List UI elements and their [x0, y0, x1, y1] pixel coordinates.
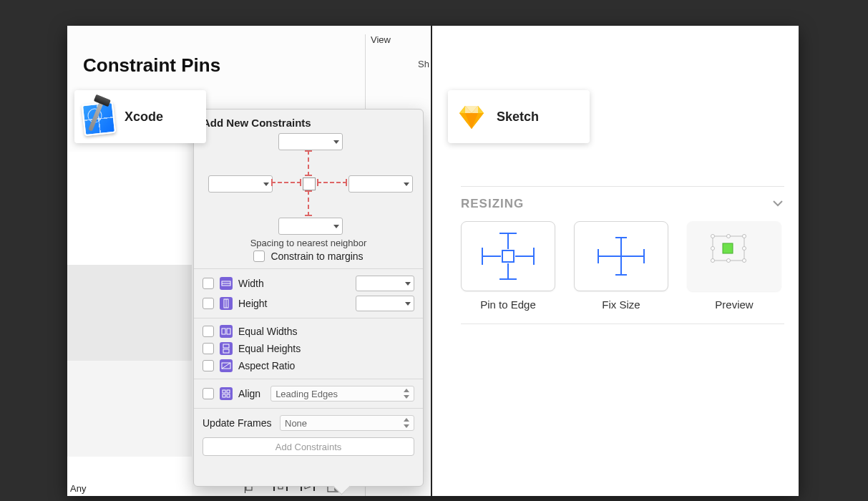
right-spacing-field[interactable] — [348, 175, 413, 193]
svg-rect-6 — [223, 344, 229, 348]
constraints-popover: Add New Constraints Spacing to nearest n… — [193, 109, 424, 487]
page-title: Constraint Pins — [83, 54, 220, 77]
svg-rect-32 — [502, 250, 514, 262]
constrain-margins-label: Constrain to margins — [270, 250, 363, 262]
preview-tile[interactable] — [687, 221, 781, 291]
left-strut[interactable] — [271, 182, 301, 185]
pin-cross — [208, 133, 409, 233]
left-pane: View Sh Any Constraint Pins Xcode Add Ne… — [67, 26, 431, 496]
width-label: Width — [238, 278, 264, 289]
section-header[interactable]: RESIZING — [461, 186, 784, 221]
height-label: Height — [238, 298, 267, 309]
pin-to-edge-label: Pin to Edge — [461, 298, 555, 311]
svg-marker-29 — [478, 106, 484, 113]
aspect-ratio-icon — [220, 359, 233, 372]
app-label: Sketch — [497, 110, 539, 125]
spacing-caption: Spacing to nearest neighbor — [194, 238, 423, 248]
width-value-field[interactable] — [356, 276, 414, 291]
center-indicator — [303, 177, 316, 190]
fix-size-tile[interactable] — [574, 221, 668, 291]
right-pane: Sketch RESIZING — [432, 26, 799, 496]
equal-heights-checkbox[interactable] — [203, 343, 214, 354]
svg-point-49 — [711, 235, 715, 238]
fix-size-icon — [585, 229, 657, 283]
align-select-value: Leading Edges — [275, 389, 338, 399]
svg-point-55 — [727, 259, 731, 263]
preview-cell: Preview — [687, 221, 781, 311]
equal-heights-icon — [220, 342, 233, 355]
app-badge-xcode: Xcode — [74, 90, 206, 143]
ib-outline-column: Any — [67, 152, 192, 496]
svg-rect-11 — [227, 390, 230, 393]
top-strut[interactable] — [308, 150, 311, 176]
pin-to-edge-cell: Pin to Edge — [461, 221, 555, 311]
svg-point-56 — [743, 259, 746, 263]
pin-to-edge-icon — [472, 229, 544, 283]
add-constraints-button[interactable]: Add Constraints — [203, 437, 414, 456]
constrain-margins-checkbox[interactable] — [253, 250, 265, 262]
equal-widths-icon — [220, 325, 233, 338]
align-icon — [220, 387, 233, 400]
app-label: Xcode — [125, 110, 163, 125]
svg-marker-28 — [459, 106, 465, 113]
aspect-ratio-checkbox[interactable] — [203, 360, 214, 371]
aspect-ratio-label: Aspect Ratio — [238, 360, 295, 371]
align-select[interactable]: Leading Edges — [270, 386, 414, 402]
svg-rect-10 — [223, 390, 225, 393]
bottom-strut[interactable] — [308, 190, 311, 216]
divider — [194, 318, 423, 318]
partial-label: Sh — [418, 59, 429, 69]
divider — [194, 408, 423, 409]
divider — [194, 268, 423, 269]
svg-rect-5 — [227, 329, 230, 334]
height-icon — [220, 297, 233, 310]
equal-widths-checkbox[interactable] — [203, 326, 214, 337]
width-icon — [220, 277, 233, 290]
svg-point-54 — [711, 259, 715, 263]
view-label: View — [371, 34, 391, 45]
chevron-down-icon — [771, 197, 784, 212]
top-spacing-field[interactable] — [278, 133, 343, 150]
add-constraints-label: Add Constraints — [275, 442, 342, 452]
height-value-field[interactable] — [356, 296, 414, 311]
xcode-icon — [80, 99, 116, 135]
section-title: RESIZING — [461, 197, 524, 211]
equal-widths-label: Equal Widths — [238, 326, 297, 337]
svg-rect-13 — [227, 394, 230, 397]
preview-icon — [698, 229, 770, 283]
svg-line-9 — [222, 363, 230, 369]
left-spacing-field[interactable] — [208, 175, 273, 193]
divider — [194, 379, 423, 379]
svg-point-51 — [743, 235, 746, 238]
popover-title: Add New Constraints — [194, 110, 423, 133]
svg-rect-7 — [223, 349, 229, 353]
svg-point-53 — [743, 247, 746, 250]
svg-rect-12 — [223, 394, 225, 397]
pin-to-edge-tile[interactable] — [461, 221, 555, 291]
app-badge-sketch: Sketch — [448, 90, 590, 143]
resizing-cells: Pin to Edge Fix Size — [461, 221, 784, 311]
right-strut[interactable] — [317, 182, 347, 185]
outline-band — [67, 265, 192, 361]
comparison-card: View Sh Any Constraint Pins Xcode Add Ne… — [67, 26, 799, 496]
resizing-section: RESIZING — [461, 180, 784, 324]
width-checkbox[interactable] — [203, 278, 214, 289]
svg-point-52 — [711, 247, 715, 250]
fix-size-cell: Fix Size — [574, 221, 668, 311]
divider — [461, 324, 784, 324]
height-checkbox[interactable] — [203, 298, 214, 309]
svg-rect-48 — [723, 243, 733, 253]
svg-rect-4 — [222, 329, 225, 334]
update-frames-select[interactable]: None — [280, 415, 414, 431]
update-frames-value: None — [285, 418, 307, 429]
outline-band — [67, 361, 192, 457]
sketch-icon — [457, 102, 487, 132]
align-label: Align — [238, 388, 260, 399]
equal-heights-label: Equal Heights — [238, 343, 301, 354]
bottom-spacing-field[interactable] — [278, 218, 343, 235]
update-frames-label: Update Frames — [203, 417, 274, 429]
svg-point-50 — [727, 235, 731, 238]
fix-size-label: Fix Size — [574, 298, 668, 311]
size-class-label: Any — [67, 480, 86, 496]
align-checkbox[interactable] — [203, 388, 214, 399]
